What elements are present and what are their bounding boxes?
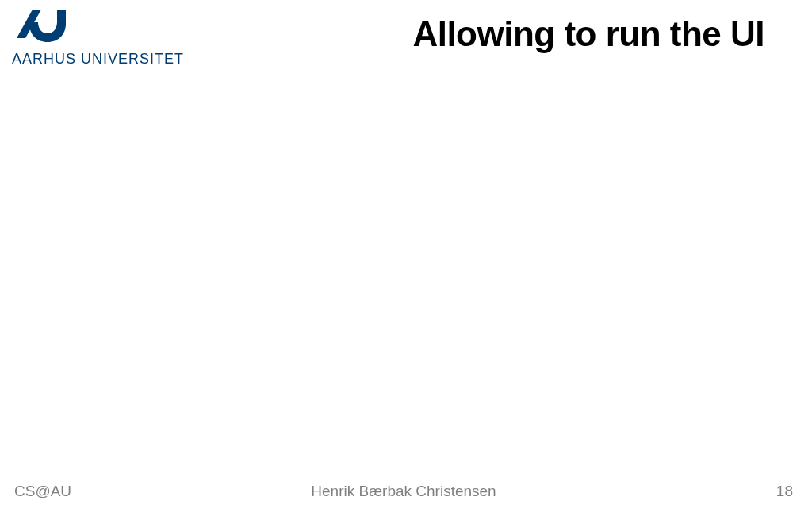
slide-header: AARHUS UNIVERSITET Allowing to run the U… bbox=[12, 6, 796, 67]
university-logo-block: AARHUS UNIVERSITET bbox=[12, 6, 184, 67]
university-name: AARHUS UNIVERSITET bbox=[12, 51, 184, 67]
aarhus-university-logo-icon bbox=[12, 6, 67, 46]
slide-footer: CS@AU Henrik Bærbak Christensen 18 bbox=[14, 483, 793, 500]
page-number: 18 bbox=[776, 483, 793, 500]
footer-author: Henrik Bærbak Christensen bbox=[311, 483, 496, 500]
slide-title: Allowing to run the UI bbox=[412, 14, 764, 54]
footer-left-label: CS@AU bbox=[14, 483, 71, 500]
